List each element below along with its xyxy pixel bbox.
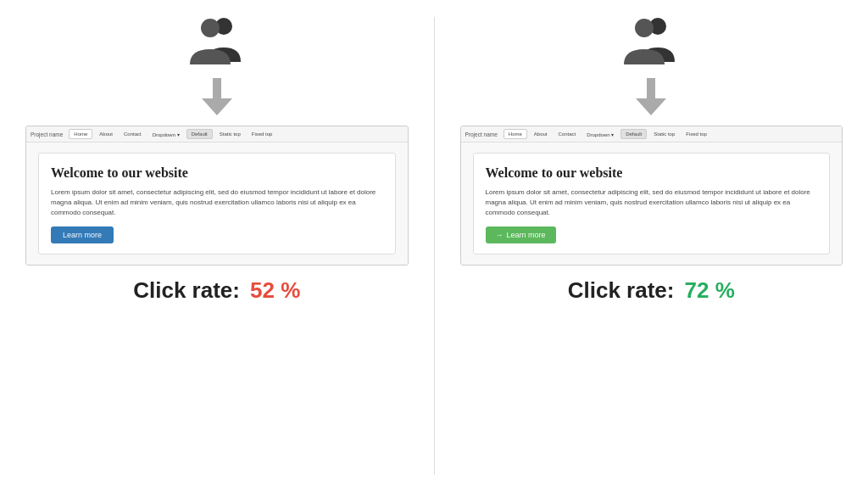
nav-tab-fixedtop-right: Fixed top xyxy=(682,130,711,138)
nav-tab-fixedtop-left: Fixed top xyxy=(248,130,277,138)
arrow-down-icon-right xyxy=(636,78,666,115)
arrow-down-icon xyxy=(202,78,232,115)
nav-tab-default-right: Default xyxy=(620,129,647,139)
right-panel: Project name Home About Contact Dropdown… xyxy=(435,0,869,492)
nav-tab-statictop-right: Static top xyxy=(649,130,679,138)
nav-tab-about-left: About xyxy=(95,130,117,138)
nav-tab-default-left: Default xyxy=(186,129,213,139)
nav-tab-contact-right: Contact xyxy=(554,130,581,138)
learn-more-button-right[interactable]: → Learn more xyxy=(486,226,556,243)
card-body-right: Lorem ipsum dolor sit amet, consectetur … xyxy=(486,187,818,218)
svg-rect-6 xyxy=(647,78,655,100)
people-icon xyxy=(183,15,251,66)
people-icon-right xyxy=(617,15,685,66)
click-rate-row-left: Click rate: 52 % xyxy=(25,277,409,304)
nav-tab-about-right: About xyxy=(530,130,552,138)
card-body-left: Lorem ipsum dolor sit amet, consectetur … xyxy=(51,187,383,218)
nav-tab-home-right: Home xyxy=(504,129,527,139)
nav-tab-home-left: Home xyxy=(69,129,92,139)
card-heading-right: Welcome to our website xyxy=(486,165,818,181)
browser-content-left: Welcome to our website Lorem ipsum dolor… xyxy=(26,143,408,265)
click-rate-value-right: 72 % xyxy=(684,277,734,304)
browser-card-left: Welcome to our website Lorem ipsum dolor… xyxy=(38,153,396,254)
svg-marker-3 xyxy=(202,98,232,115)
arrow-icon-button: → xyxy=(496,231,504,239)
click-rate-label-left: Click rate: xyxy=(133,277,240,304)
click-rate-label-right: Click rate: xyxy=(568,277,675,304)
nav-tab-dropdown-left: Dropdown ▾ xyxy=(148,130,184,139)
browser-mockup-right: Project name Home About Contact Dropdown… xyxy=(460,126,843,266)
svg-point-1 xyxy=(201,19,220,37)
nav-brand-left: Project name xyxy=(31,131,63,137)
nav-brand-right: Project name xyxy=(465,131,498,137)
click-rate-row-right: Click rate: 72 % xyxy=(460,277,843,304)
learn-more-button-left[interactable]: Learn more xyxy=(51,226,114,243)
browser-nav-right: Project name Home About Contact Dropdown… xyxy=(461,126,843,143)
nav-tab-contact-left: Contact xyxy=(120,130,146,138)
left-panel: Project name Home About Contact Dropdown… xyxy=(0,0,434,492)
svg-marker-7 xyxy=(636,98,666,115)
click-rate-value-left: 52 % xyxy=(250,277,300,304)
nav-tab-statictop-left: Static top xyxy=(215,130,245,138)
svg-point-5 xyxy=(635,19,654,37)
svg-rect-2 xyxy=(213,78,221,100)
browser-nav-left: Project name Home About Contact Dropdown… xyxy=(26,126,408,143)
nav-tab-dropdown-right: Dropdown ▾ xyxy=(582,130,618,139)
card-heading-left: Welcome to our website xyxy=(51,165,383,181)
browser-card-right: Welcome to our website Lorem ipsum dolor… xyxy=(473,153,831,254)
browser-mockup-left: Project name Home About Contact Dropdown… xyxy=(25,126,409,266)
learn-more-label-right: Learn more xyxy=(507,231,546,239)
browser-content-right: Welcome to our website Lorem ipsum dolor… xyxy=(461,143,843,265)
